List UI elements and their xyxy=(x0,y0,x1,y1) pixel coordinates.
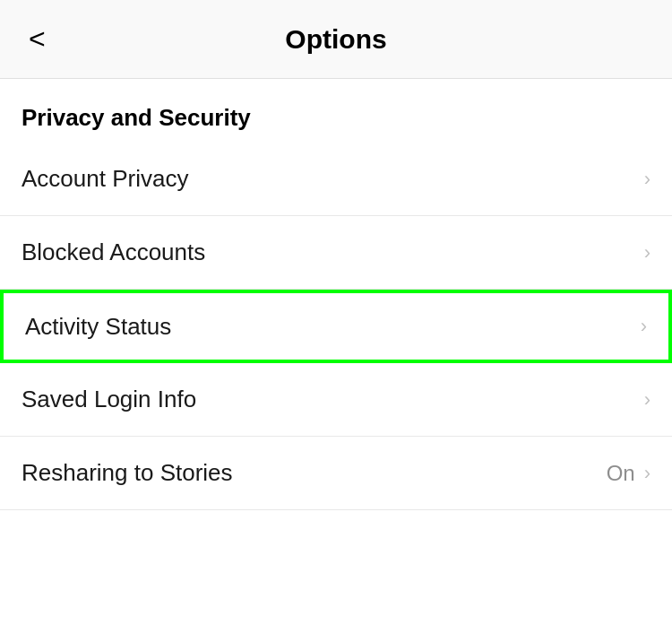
section-title: Privacy and Security xyxy=(22,104,251,131)
chevron-right-icon: › xyxy=(641,315,647,338)
menu-item-right-blocked-accounts: › xyxy=(644,241,650,265)
menu-item-label-saved-login-info: Saved Login Info xyxy=(22,386,196,413)
menu-item-label-blocked-accounts: Blocked Accounts xyxy=(22,239,205,266)
header: < Options xyxy=(0,0,672,79)
menu-item-left-account-privacy: Account Privacy xyxy=(22,165,188,193)
menu-item-label-activity-status: Activity Status xyxy=(25,313,171,341)
chevron-right-icon: › xyxy=(644,388,650,412)
menu-item-account-privacy[interactable]: Account Privacy› xyxy=(0,143,672,216)
menu-item-left-saved-login-info: Saved Login Info xyxy=(22,386,196,413)
menu-item-label-account-privacy: Account Privacy xyxy=(22,165,188,193)
chevron-right-icon: › xyxy=(644,241,650,265)
menu-item-blocked-accounts[interactable]: Blocked Accounts› xyxy=(0,216,672,290)
page-title: Options xyxy=(285,24,386,55)
menu-item-left-blocked-accounts: Blocked Accounts xyxy=(22,239,205,266)
chevron-right-icon: › xyxy=(644,168,650,191)
menu-item-right-resharing-to-stories: On› xyxy=(607,461,650,486)
menu-list: Account Privacy›Blocked Accounts›Activit… xyxy=(0,143,672,510)
menu-item-saved-login-info[interactable]: Saved Login Info› xyxy=(0,363,672,437)
section-header: Privacy and Security xyxy=(0,79,672,143)
menu-item-right-activity-status: › xyxy=(641,315,647,338)
back-button[interactable]: < xyxy=(22,15,53,63)
menu-item-right-saved-login-info: › xyxy=(644,388,650,412)
menu-item-left-resharing-to-stories: Resharing to Stories xyxy=(22,459,233,487)
menu-item-left-activity-status: Activity Status xyxy=(25,313,171,341)
menu-item-right-account-privacy: › xyxy=(644,168,650,191)
back-icon: < xyxy=(29,22,46,56)
menu-item-activity-status[interactable]: Activity Status› xyxy=(0,290,672,363)
menu-item-resharing-to-stories[interactable]: Resharing to StoriesOn› xyxy=(0,437,672,510)
menu-item-value-resharing-to-stories: On xyxy=(607,461,635,486)
menu-item-label-resharing-to-stories: Resharing to Stories xyxy=(22,459,233,487)
chevron-right-icon: › xyxy=(644,462,650,485)
